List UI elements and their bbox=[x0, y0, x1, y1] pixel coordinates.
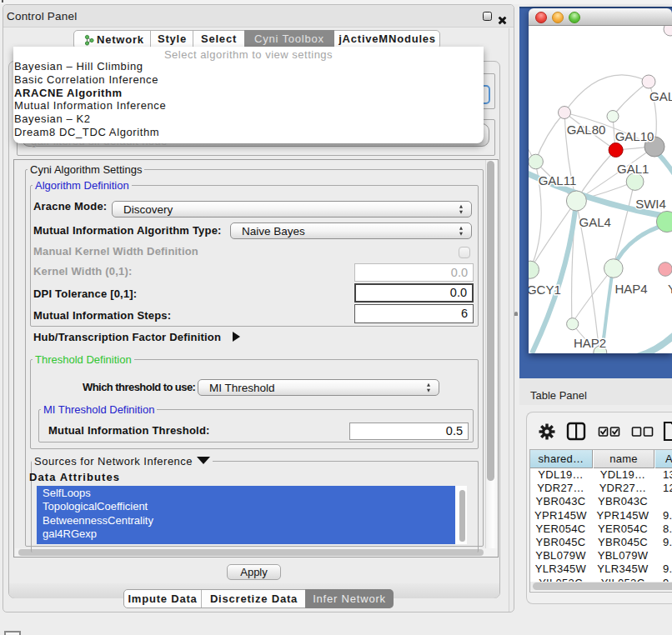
svg-text:GAL2: GAL2 bbox=[649, 89, 672, 103]
svg-text:GAL80: GAL80 bbox=[567, 122, 606, 137]
svg-text:GCY1: GCY1 bbox=[529, 282, 561, 297]
svg-text:HAP2: HAP2 bbox=[574, 336, 606, 350]
svg-text:GAL11: GAL11 bbox=[539, 173, 577, 188]
svg-text:GAL10: GAL10 bbox=[615, 129, 654, 143]
svg-text:GAL4: GAL4 bbox=[579, 215, 611, 229]
svg-text:HAP4: HAP4 bbox=[615, 282, 648, 296]
svg-text:Y: Y bbox=[668, 282, 672, 296]
svg-text:SWI4: SWI4 bbox=[635, 197, 666, 211]
svg-text:GAL1: GAL1 bbox=[617, 162, 649, 176]
